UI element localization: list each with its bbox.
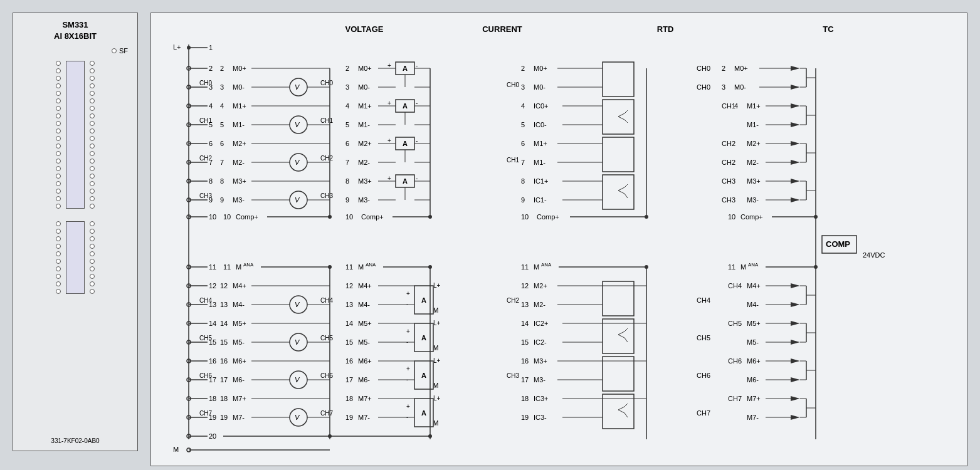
connector-row xyxy=(90,204,95,209)
voltmeter-v-ch3: V xyxy=(295,196,300,204)
v-pin3-num: 3 xyxy=(220,83,224,91)
pin13-num: 13 xyxy=(209,301,216,308)
connector-row xyxy=(90,196,95,201)
module-part-number: 331-7KF02-0AB0 xyxy=(51,437,99,444)
v-m3plus: M3+ xyxy=(233,177,246,185)
m-ch4b: M xyxy=(433,307,438,314)
c-pin6: 6 xyxy=(345,140,349,147)
rtd-m3plus: M3+ xyxy=(534,357,547,365)
connector-row xyxy=(90,281,95,286)
connector-row xyxy=(90,289,95,294)
voltage-header: VOLTAGE xyxy=(345,24,384,34)
tc-ch1-label: CH1 xyxy=(722,102,735,110)
svg-marker-149 xyxy=(791,302,800,307)
pin5-num: 5 xyxy=(209,121,213,128)
c-pin2-num: 2 xyxy=(345,65,349,72)
minus-ch2t: - xyxy=(416,137,418,144)
tc-ch6-label: CH6 xyxy=(728,357,742,365)
tc-m5plus: M5+ xyxy=(747,320,761,327)
tc-m7minus: M7- xyxy=(747,414,759,421)
tc-ch4-label: CH4 xyxy=(728,282,742,290)
ch7-current-label: CH7 xyxy=(320,410,333,417)
voltmeter-v-ch6: V xyxy=(295,376,300,384)
svg-rect-171 xyxy=(603,319,634,353)
tc-ch0-label2: CH0 xyxy=(697,83,710,91)
c-m7plus: M7+ xyxy=(358,395,372,402)
c-m3minus: M3- xyxy=(358,196,370,204)
connector-row xyxy=(56,83,61,88)
svg-line-41 xyxy=(624,120,628,123)
svg-marker-177 xyxy=(791,340,800,345)
rtd-ic0minus: IC0- xyxy=(534,121,547,128)
ammeter-b-ch5: A xyxy=(421,334,426,342)
pin7-num: 7 xyxy=(209,159,213,166)
tc-compplus: Comp+ xyxy=(740,213,763,221)
svg-rect-199 xyxy=(603,357,634,391)
v-pin11: 11 xyxy=(223,263,231,271)
ch3-current-label: CH3 xyxy=(320,192,333,199)
tc-mana: M xyxy=(740,263,746,271)
svg-marker-212 xyxy=(791,396,800,401)
rtd-pin5: 5 xyxy=(521,121,525,128)
tc-ch3-label2: CH3 xyxy=(722,196,735,204)
led-indicator xyxy=(112,48,117,53)
plus-ch6b: + xyxy=(406,365,410,372)
c-pin10: 10 xyxy=(345,213,353,221)
v-pin15: 15 xyxy=(220,338,228,346)
c-m5minus: M5- xyxy=(358,338,370,346)
connector-row xyxy=(90,98,95,103)
svg-line-93 xyxy=(624,184,628,187)
v-m3minus: M3- xyxy=(233,196,245,204)
rtd-header: RTD xyxy=(657,24,674,34)
connector-row xyxy=(56,91,61,96)
v-pin14: 14 xyxy=(220,320,228,327)
ch0-rtd-label: CH0 xyxy=(507,81,519,88)
svg-marker-56 xyxy=(791,141,800,146)
c-m0plus: M0+ xyxy=(358,65,372,72)
m-ch5b: M xyxy=(433,345,438,352)
c-m1minus: M1- xyxy=(358,121,370,128)
connector-row xyxy=(90,68,95,73)
svg-line-39 xyxy=(624,110,628,113)
tc-ch5-label: CH5 xyxy=(728,320,742,327)
plus-ch4b: + xyxy=(406,290,410,297)
plus-ch1t: + xyxy=(387,100,391,107)
rtd-pin6: 6 xyxy=(521,140,525,147)
lplus-current-b: L+ xyxy=(433,282,441,289)
rtd-pin15: 15 xyxy=(521,338,529,346)
ch2-current-label: CH2 xyxy=(320,155,333,162)
c-m4plus: M4+ xyxy=(358,282,372,290)
connector-row xyxy=(90,83,95,88)
c-pin19: 19 xyxy=(345,414,353,421)
ch2-rtd-label: CH2 xyxy=(507,297,519,304)
v-m1minus: M1- xyxy=(233,121,245,128)
c-pin13: 13 xyxy=(345,301,353,308)
connector-row xyxy=(56,144,61,149)
c-pin4: 4 xyxy=(345,102,349,110)
tc-m0plus: M0+ xyxy=(734,65,748,72)
connector-row xyxy=(56,166,61,171)
svg-point-239 xyxy=(428,434,432,438)
connector-row xyxy=(56,121,61,126)
tc-arrow-ch0-top xyxy=(791,66,800,71)
tc-m3plus: M3+ xyxy=(747,177,761,185)
lplus-current-b4: L+ xyxy=(433,395,441,402)
pin2-num: 2 xyxy=(209,65,213,72)
connector-row xyxy=(56,244,61,249)
voltmeter-v-ch4: V xyxy=(295,301,300,308)
svg-marker-160 xyxy=(791,321,800,326)
tc-ch2-label: CH2 xyxy=(722,140,735,147)
v-m6plus: M6+ xyxy=(233,357,246,365)
c-pin7: 7 xyxy=(345,159,349,166)
v-pin5: 5 xyxy=(220,121,224,128)
rtd-ic2minus: IC2- xyxy=(534,338,547,346)
c-m6plus: M6+ xyxy=(358,357,372,365)
svg-line-174 xyxy=(618,335,624,338)
c-pin18: 18 xyxy=(345,395,353,402)
v-pin2-num: 2 xyxy=(220,65,224,72)
c-m0minus: M0- xyxy=(358,83,370,91)
ammeter-a-ch0-top: A xyxy=(403,65,408,72)
tc-m0minus: M0- xyxy=(734,83,746,91)
minus-sign-ch0-top: - xyxy=(416,62,418,69)
ch1-rtd-label: CH1 xyxy=(507,157,519,164)
